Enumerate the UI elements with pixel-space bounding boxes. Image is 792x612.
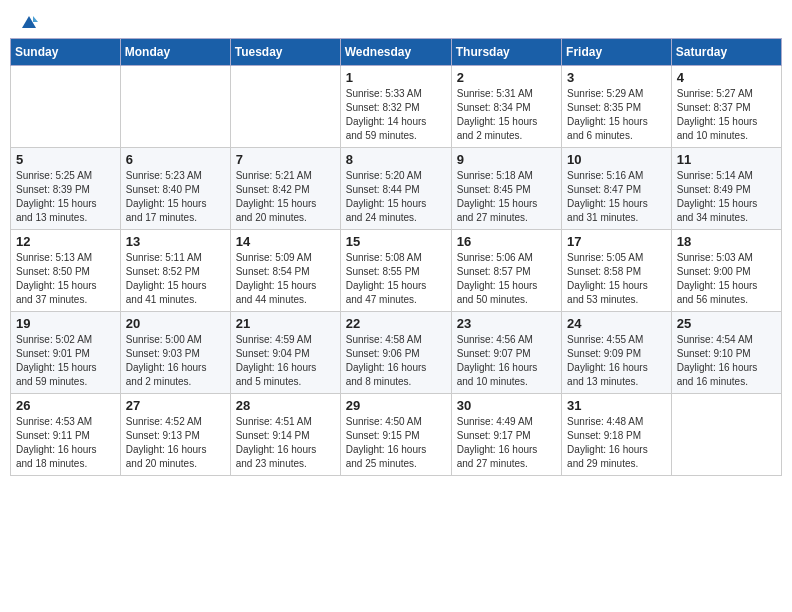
day-info: Sunrise: 5:21 AM Sunset: 8:42 PM Dayligh… <box>236 169 335 225</box>
day-number: 13 <box>126 234 225 249</box>
calendar-cell: 5Sunrise: 5:25 AM Sunset: 8:39 PM Daylig… <box>11 148 121 230</box>
calendar-cell: 6Sunrise: 5:23 AM Sunset: 8:40 PM Daylig… <box>120 148 230 230</box>
calendar-cell <box>230 66 340 148</box>
day-info: Sunrise: 4:54 AM Sunset: 9:10 PM Dayligh… <box>677 333 776 389</box>
day-info: Sunrise: 4:56 AM Sunset: 9:07 PM Dayligh… <box>457 333 556 389</box>
day-of-week-header: Wednesday <box>340 39 451 66</box>
day-number: 19 <box>16 316 115 331</box>
calendar-cell: 17Sunrise: 5:05 AM Sunset: 8:58 PM Dayli… <box>562 230 672 312</box>
day-number: 12 <box>16 234 115 249</box>
day-number: 27 <box>126 398 225 413</box>
day-number: 17 <box>567 234 666 249</box>
day-of-week-header: Thursday <box>451 39 561 66</box>
calendar-cell: 15Sunrise: 5:08 AM Sunset: 8:55 PM Dayli… <box>340 230 451 312</box>
calendar-cell: 31Sunrise: 4:48 AM Sunset: 9:18 PM Dayli… <box>562 394 672 476</box>
day-number: 25 <box>677 316 776 331</box>
calendar-cell: 18Sunrise: 5:03 AM Sunset: 9:00 PM Dayli… <box>671 230 781 312</box>
calendar-cell: 28Sunrise: 4:51 AM Sunset: 9:14 PM Dayli… <box>230 394 340 476</box>
day-number: 15 <box>346 234 446 249</box>
calendar-week-row: 5Sunrise: 5:25 AM Sunset: 8:39 PM Daylig… <box>11 148 782 230</box>
day-number: 3 <box>567 70 666 85</box>
page-header <box>10 10 782 32</box>
day-number: 10 <box>567 152 666 167</box>
calendar-cell <box>120 66 230 148</box>
day-number: 28 <box>236 398 335 413</box>
day-number: 31 <box>567 398 666 413</box>
day-number: 6 <box>126 152 225 167</box>
calendar-cell: 25Sunrise: 4:54 AM Sunset: 9:10 PM Dayli… <box>671 312 781 394</box>
day-info: Sunrise: 5:05 AM Sunset: 8:58 PM Dayligh… <box>567 251 666 307</box>
day-number: 9 <box>457 152 556 167</box>
day-number: 7 <box>236 152 335 167</box>
day-of-week-header: Monday <box>120 39 230 66</box>
calendar-cell: 1Sunrise: 5:33 AM Sunset: 8:32 PM Daylig… <box>340 66 451 148</box>
calendar-cell: 11Sunrise: 5:14 AM Sunset: 8:49 PM Dayli… <box>671 148 781 230</box>
day-number: 23 <box>457 316 556 331</box>
calendar-cell <box>671 394 781 476</box>
day-info: Sunrise: 4:58 AM Sunset: 9:06 PM Dayligh… <box>346 333 446 389</box>
day-number: 18 <box>677 234 776 249</box>
day-number: 26 <box>16 398 115 413</box>
day-info: Sunrise: 5:31 AM Sunset: 8:34 PM Dayligh… <box>457 87 556 143</box>
day-info: Sunrise: 4:59 AM Sunset: 9:04 PM Dayligh… <box>236 333 335 389</box>
day-info: Sunrise: 5:23 AM Sunset: 8:40 PM Dayligh… <box>126 169 225 225</box>
day-info: Sunrise: 5:00 AM Sunset: 9:03 PM Dayligh… <box>126 333 225 389</box>
day-number: 21 <box>236 316 335 331</box>
day-info: Sunrise: 5:27 AM Sunset: 8:37 PM Dayligh… <box>677 87 776 143</box>
day-of-week-header: Tuesday <box>230 39 340 66</box>
day-number: 16 <box>457 234 556 249</box>
calendar-cell: 12Sunrise: 5:13 AM Sunset: 8:50 PM Dayli… <box>11 230 121 312</box>
day-number: 20 <box>126 316 225 331</box>
day-number: 8 <box>346 152 446 167</box>
day-info: Sunrise: 5:20 AM Sunset: 8:44 PM Dayligh… <box>346 169 446 225</box>
calendar-week-row: 26Sunrise: 4:53 AM Sunset: 9:11 PM Dayli… <box>11 394 782 476</box>
calendar-table: SundayMondayTuesdayWednesdayThursdayFrid… <box>10 38 782 476</box>
calendar-cell: 30Sunrise: 4:49 AM Sunset: 9:17 PM Dayli… <box>451 394 561 476</box>
day-info: Sunrise: 5:33 AM Sunset: 8:32 PM Dayligh… <box>346 87 446 143</box>
svg-marker-1 <box>33 16 38 22</box>
day-number: 5 <box>16 152 115 167</box>
calendar-cell: 20Sunrise: 5:00 AM Sunset: 9:03 PM Dayli… <box>120 312 230 394</box>
day-info: Sunrise: 4:52 AM Sunset: 9:13 PM Dayligh… <box>126 415 225 471</box>
day-info: Sunrise: 5:13 AM Sunset: 8:50 PM Dayligh… <box>16 251 115 307</box>
calendar-cell: 23Sunrise: 4:56 AM Sunset: 9:07 PM Dayli… <box>451 312 561 394</box>
day-of-week-header: Friday <box>562 39 672 66</box>
calendar-cell: 14Sunrise: 5:09 AM Sunset: 8:54 PM Dayli… <box>230 230 340 312</box>
day-number: 1 <box>346 70 446 85</box>
day-info: Sunrise: 5:06 AM Sunset: 8:57 PM Dayligh… <box>457 251 556 307</box>
logo <box>18 14 38 28</box>
day-number: 29 <box>346 398 446 413</box>
day-info: Sunrise: 4:53 AM Sunset: 9:11 PM Dayligh… <box>16 415 115 471</box>
calendar-cell: 22Sunrise: 4:58 AM Sunset: 9:06 PM Dayli… <box>340 312 451 394</box>
calendar-week-row: 1Sunrise: 5:33 AM Sunset: 8:32 PM Daylig… <box>11 66 782 148</box>
day-info: Sunrise: 5:25 AM Sunset: 8:39 PM Dayligh… <box>16 169 115 225</box>
calendar-cell: 4Sunrise: 5:27 AM Sunset: 8:37 PM Daylig… <box>671 66 781 148</box>
day-number: 11 <box>677 152 776 167</box>
calendar-week-row: 12Sunrise: 5:13 AM Sunset: 8:50 PM Dayli… <box>11 230 782 312</box>
calendar-cell: 7Sunrise: 5:21 AM Sunset: 8:42 PM Daylig… <box>230 148 340 230</box>
calendar-cell: 8Sunrise: 5:20 AM Sunset: 8:44 PM Daylig… <box>340 148 451 230</box>
calendar-cell: 3Sunrise: 5:29 AM Sunset: 8:35 PM Daylig… <box>562 66 672 148</box>
day-info: Sunrise: 5:11 AM Sunset: 8:52 PM Dayligh… <box>126 251 225 307</box>
logo-icon <box>20 14 38 32</box>
day-number: 22 <box>346 316 446 331</box>
day-info: Sunrise: 4:55 AM Sunset: 9:09 PM Dayligh… <box>567 333 666 389</box>
day-info: Sunrise: 4:51 AM Sunset: 9:14 PM Dayligh… <box>236 415 335 471</box>
day-number: 30 <box>457 398 556 413</box>
calendar-cell: 16Sunrise: 5:06 AM Sunset: 8:57 PM Dayli… <box>451 230 561 312</box>
day-info: Sunrise: 5:18 AM Sunset: 8:45 PM Dayligh… <box>457 169 556 225</box>
calendar-cell: 24Sunrise: 4:55 AM Sunset: 9:09 PM Dayli… <box>562 312 672 394</box>
day-info: Sunrise: 5:09 AM Sunset: 8:54 PM Dayligh… <box>236 251 335 307</box>
calendar-cell: 10Sunrise: 5:16 AM Sunset: 8:47 PM Dayli… <box>562 148 672 230</box>
calendar-cell: 2Sunrise: 5:31 AM Sunset: 8:34 PM Daylig… <box>451 66 561 148</box>
day-of-week-header: Sunday <box>11 39 121 66</box>
day-number: 24 <box>567 316 666 331</box>
calendar-week-row: 19Sunrise: 5:02 AM Sunset: 9:01 PM Dayli… <box>11 312 782 394</box>
calendar-cell: 29Sunrise: 4:50 AM Sunset: 9:15 PM Dayli… <box>340 394 451 476</box>
day-info: Sunrise: 5:29 AM Sunset: 8:35 PM Dayligh… <box>567 87 666 143</box>
calendar-cell <box>11 66 121 148</box>
calendar-header-row: SundayMondayTuesdayWednesdayThursdayFrid… <box>11 39 782 66</box>
calendar-cell: 9Sunrise: 5:18 AM Sunset: 8:45 PM Daylig… <box>451 148 561 230</box>
day-info: Sunrise: 5:08 AM Sunset: 8:55 PM Dayligh… <box>346 251 446 307</box>
day-number: 14 <box>236 234 335 249</box>
